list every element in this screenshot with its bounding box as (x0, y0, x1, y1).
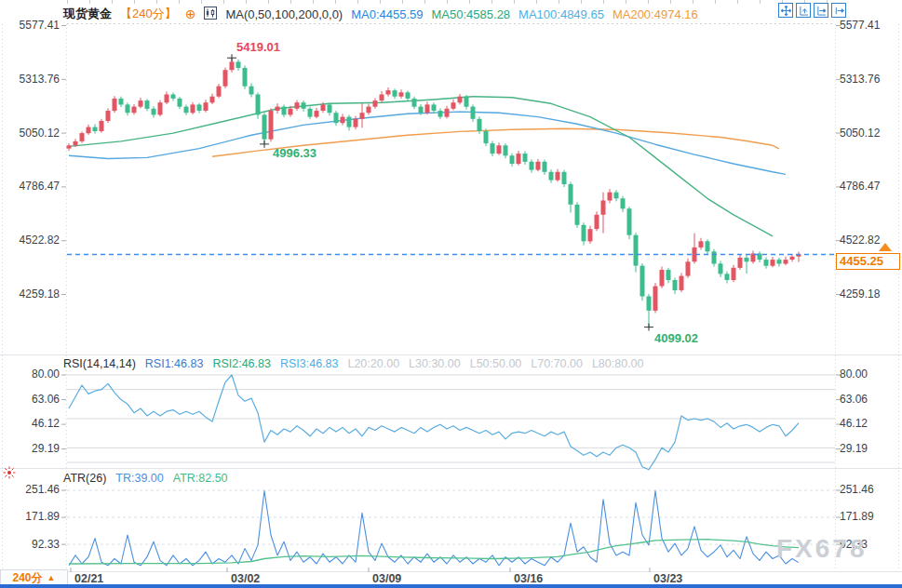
candle-body (504, 145, 508, 155)
candle-body (380, 95, 384, 101)
candle-body (464, 97, 469, 107)
candle-body (308, 109, 313, 117)
ma100-line (69, 112, 786, 174)
price-axis-label: 4786.47 (4, 180, 60, 194)
candle-body (145, 100, 150, 109)
high-annotation: 5419.01 (236, 40, 280, 54)
candle-body (315, 111, 319, 117)
rsi2-value: RSI2:46.83 (212, 357, 271, 370)
candle-body (100, 121, 104, 131)
candle-body (373, 100, 378, 107)
rsi-level-l30: L30:30.00 (409, 357, 461, 370)
candle-body (106, 111, 111, 121)
candle-body (634, 235, 639, 266)
shift-right-icon[interactable] (831, 3, 846, 18)
price-axis-label: 5050.12 (840, 127, 880, 140)
candle-body (569, 184, 573, 205)
candle-body (484, 131, 489, 143)
ma50-value: MA50:4585.28 (432, 7, 511, 21)
candle-body (399, 92, 404, 96)
candle-body (341, 117, 345, 124)
flare-icon[interactable] (2, 465, 17, 484)
atr-axis-label: 251.46 (840, 483, 874, 497)
price-axis-label: 5577.41 (840, 19, 880, 33)
candle-body (347, 117, 352, 127)
symbol-label: 现货黄金 (63, 6, 112, 22)
candle-body (497, 145, 502, 154)
rsi-axis-label: 29.19 (4, 442, 60, 456)
ma200-value: MA200:4974.16 (613, 7, 698, 21)
atr-axis-label: 171.89 (4, 510, 60, 524)
candle-body (93, 127, 98, 131)
rsi-axis-label: 63.06 (840, 393, 868, 407)
candle-body (719, 263, 723, 274)
candle-body (393, 90, 397, 97)
bottom-bar (0, 584, 902, 588)
candle-body (458, 97, 463, 103)
x-axis-label: 02/21 (74, 572, 103, 585)
candle-body (289, 109, 293, 115)
ma50-line (69, 97, 773, 236)
swing-low-annotation: 4996.33 (273, 146, 316, 160)
candle-body (738, 258, 743, 268)
price-axis-label: 4522.82 (840, 234, 880, 247)
candle-body (438, 111, 443, 117)
candlestick-chart-icon (204, 7, 217, 22)
candle-body (419, 107, 424, 114)
candle-body (119, 99, 124, 105)
candle-body (771, 260, 775, 266)
ma0-value: MA0:4455.59 (351, 7, 423, 21)
candle-body (582, 225, 586, 241)
add-indicator-icon[interactable]: ⊕ (185, 7, 196, 20)
candle-body (445, 109, 450, 117)
atr-axis-label: 92.33 (4, 538, 60, 552)
x-axis-label: 03/16 (514, 572, 543, 585)
candle-body (699, 241, 704, 247)
candle-body (523, 154, 528, 162)
candle-body (575, 205, 580, 225)
candle-body (595, 215, 599, 229)
candle-body (601, 201, 606, 215)
candle-body (328, 104, 332, 113)
pan-move-icon[interactable] (778, 3, 793, 18)
price-axis-label: 5577.41 (4, 19, 60, 33)
chart-toolbar (778, 3, 846, 18)
chart-canvas[interactable] (0, 0, 902, 588)
fit-x-axis-icon[interactable] (814, 3, 828, 18)
candle-body (627, 208, 632, 235)
rsi-axis-label: 63.06 (4, 393, 60, 407)
candle-body (491, 143, 495, 154)
chart-app: 现货黄金 【240分】 ⊕ MA(0,50,100,200,0,0) MA0:4… (0, 0, 902, 588)
candle-body (165, 95, 169, 103)
candle-body (712, 251, 717, 263)
candle-body (686, 261, 691, 275)
rsi3-value: RSI3:46.83 (280, 357, 339, 370)
price-axis-label: 4522.82 (4, 234, 60, 247)
timeframe-label: 【240分】 (120, 6, 177, 22)
up-triangle-icon: ▲ (47, 573, 56, 582)
price-axis-label: 5313.76 (4, 73, 60, 87)
fit-y-axis-icon[interactable] (796, 3, 811, 18)
rsi-axis-label: 80.00 (840, 368, 868, 381)
candle-body (178, 99, 182, 107)
candle-body (367, 107, 371, 114)
candle-body (354, 119, 358, 127)
candle-body (249, 87, 254, 95)
candle-body (660, 270, 665, 287)
candle-body (276, 107, 280, 111)
candle-body (536, 162, 541, 170)
candle-body (680, 276, 684, 290)
atr-value: ATR:82.50 (173, 472, 228, 485)
tr-value: TR:39.00 (115, 472, 163, 485)
candle-body (256, 95, 261, 115)
candle-body (406, 92, 411, 99)
candle-body (87, 127, 91, 134)
candle-body (386, 90, 391, 94)
candle-body (562, 172, 567, 184)
rsi-header: RSI(14,14,14) RSI1:46.83 RSI2:46.83 RSI3… (63, 357, 644, 370)
atr-axis-label: 251.46 (4, 483, 60, 497)
candle-body (543, 162, 547, 172)
rsi-axis-label: 46.12 (840, 417, 868, 431)
candle-body (640, 266, 645, 297)
candle-body (132, 107, 137, 114)
